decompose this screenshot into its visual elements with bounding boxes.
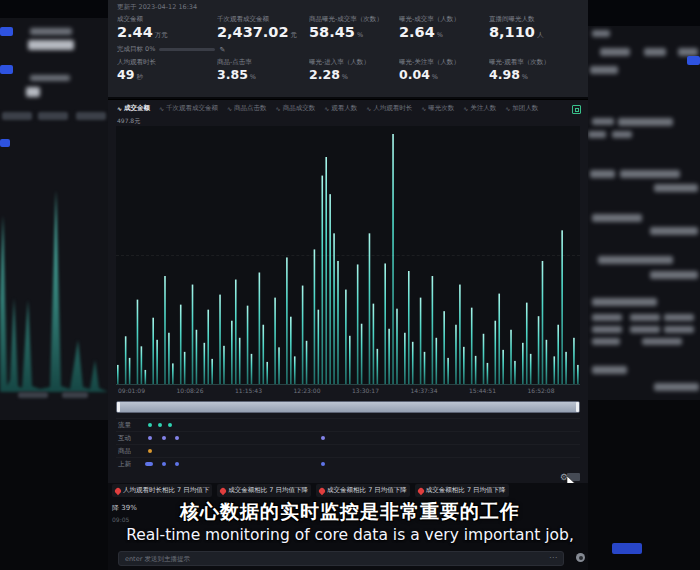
event-track-label: 互动	[118, 434, 131, 443]
metric-value: 2,437.02元	[217, 24, 309, 44]
blurred-text-row	[592, 326, 622, 333]
message-composer[interactable]: ⋯	[118, 551, 564, 566]
event-dot[interactable]	[162, 436, 166, 440]
metric-value: 8,110人	[489, 24, 581, 44]
chart-tab[interactable]: ∿成交金额	[117, 104, 150, 113]
blurred-text-row	[30, 28, 72, 35]
blurred-text-row	[630, 314, 660, 321]
blurred-text-row	[650, 227, 698, 235]
x-axis-tick: 14:37:34	[411, 387, 438, 394]
metric-value: 49秒	[117, 67, 217, 85]
chart-tab-label: 关注人数	[470, 104, 496, 113]
blurred-text-row	[592, 366, 627, 374]
event-dot[interactable]	[321, 436, 325, 440]
metric-label: 成交金额	[117, 15, 209, 24]
emoji-icon[interactable]	[576, 553, 585, 562]
metric-unit: %	[250, 73, 256, 81]
event-dot[interactable]	[145, 462, 153, 466]
metric: 曝光-进入率（人数）2.28%	[309, 58, 399, 85]
alert-badge[interactable]: 人均观看时长相比 7 日均值下	[112, 484, 212, 497]
event-dot[interactable]	[148, 423, 152, 427]
x-axis-tick: 13:30:17	[352, 387, 379, 394]
time-range-brush[interactable]	[116, 401, 580, 413]
metric-label: 曝光-进入率（人数）	[309, 58, 399, 67]
alert-badge[interactable]: 成交金额相比 7 日均值下降	[217, 484, 311, 497]
event-tracks: 流量互动商品上新	[116, 418, 580, 470]
spike-chart-plot[interactable]	[116, 126, 580, 385]
chart-tab-label: 成交金额	[124, 104, 150, 113]
blurred-text-row	[650, 271, 698, 279]
x-axis-tick: 11:15:43	[235, 387, 262, 394]
alert-badge[interactable]: 成交金额相比 7 日均值下降	[415, 484, 509, 497]
blurred-axis-label	[62, 392, 88, 398]
metric: 千次观看成交金额2,437.02元	[217, 15, 309, 44]
metric-unit: %	[437, 31, 443, 39]
metric: 商品-点击率3.85%	[217, 58, 309, 85]
blurred-text-row	[592, 214, 642, 222]
composer-input[interactable]	[125, 552, 425, 565]
x-axis-tick: 16:52:08	[528, 387, 555, 394]
metric: 曝光-关注率（人数）0.04%	[399, 58, 489, 85]
y-axis-max-label: 497.8元	[117, 117, 140, 126]
blurred-text-row	[600, 48, 630, 56]
metric-unit: 秒	[136, 73, 143, 81]
metric-unit: %	[522, 73, 528, 81]
blurred-text-row	[590, 66, 618, 74]
metric-value: 2.44万元	[117, 24, 217, 44]
chart-tab[interactable]: ∿关注人数	[463, 104, 496, 113]
blurred-text-row	[592, 314, 622, 321]
chart-tab[interactable]: ∿千次观看成交金额	[159, 104, 218, 113]
more-icon[interactable]: ⋯	[549, 553, 557, 562]
alert-pin-icon	[417, 486, 425, 494]
event-dot[interactable]	[168, 423, 172, 427]
metric-label: 人均观看时长	[117, 58, 209, 67]
chart-tab[interactable]: ∿人均观看时长	[366, 104, 412, 113]
blurred-chart-peaks	[0, 130, 108, 392]
metric-unit: 万元	[155, 31, 168, 39]
alert-badge[interactable]: 成交金额相比 7 日均值下降	[316, 484, 410, 497]
blurred-blue-tag	[0, 65, 13, 74]
chart-tab[interactable]: ∿商品点击数	[227, 104, 267, 113]
line-chart-icon: ∿	[159, 105, 164, 112]
chart-footer-row: ⚙	[116, 470, 580, 484]
event-dot[interactable]	[175, 436, 179, 440]
blurred-stat-value	[28, 40, 74, 50]
x-axis-tick: 09:01:09	[118, 387, 145, 394]
blurred-text-row	[644, 48, 666, 56]
alert-pin-icon	[114, 486, 122, 494]
metric-value: 2.28%	[309, 67, 399, 85]
chart-tab-label: 人均观看时长	[373, 104, 412, 113]
blurred-text-row	[678, 48, 698, 56]
alert-badge-text: 成交金额相比 7 日均值下降	[426, 486, 506, 495]
blurred-blue-tag	[0, 27, 13, 36]
event-dot[interactable]	[321, 462, 325, 466]
event-track-label: 流量	[118, 421, 131, 430]
event-dot[interactable]	[162, 462, 166, 466]
goal-progress-row: 完成目标 0% ✎	[117, 45, 225, 54]
event-dot[interactable]	[158, 423, 162, 427]
screen: 更新于 2023-04-12 16:34 成交金额2.44万元千次观看成交金额2…	[0, 0, 700, 570]
metric-value: 4.98%	[489, 67, 581, 85]
event-dot[interactable]	[148, 449, 152, 453]
blurred-text-row	[588, 131, 606, 138]
metric-label: 曝光-成交率（人数）	[399, 15, 489, 24]
chart-tab-label: 观看人数	[331, 104, 357, 113]
expand-icon[interactable]	[572, 105, 581, 114]
chart-tab[interactable]: ∿加团人数	[505, 104, 538, 113]
chart-tab-label: 商品点击数	[234, 104, 267, 113]
edit-icon[interactable]: ✎	[219, 46, 225, 54]
chart-tab[interactable]: ∿曝光次数	[421, 104, 454, 113]
event-dot[interactable]	[175, 462, 179, 466]
updated-timestamp: 更新于 2023-04-12 16:34	[117, 3, 197, 12]
trend-chart-card: ∿成交金额∿千次观看成交金额∿商品点击数∿商品成交数∿观看人数∿人均观看时长∿曝…	[108, 99, 588, 484]
chart-tab[interactable]: ∿商品成交数	[276, 104, 316, 113]
event-dot[interactable]	[148, 436, 152, 440]
blurred-text-row	[654, 184, 698, 192]
metric: 成交金额2.44万元	[117, 15, 217, 44]
event-track: 互动	[116, 431, 580, 444]
metric: 直播间曝光人数8,110人	[489, 15, 581, 44]
blurred-text-row	[612, 131, 632, 138]
chart-tab[interactable]: ∿观看人数	[324, 104, 357, 113]
blurred-text-row	[664, 326, 694, 333]
metric: 曝光-成交率（人数）2.64%	[399, 15, 489, 44]
